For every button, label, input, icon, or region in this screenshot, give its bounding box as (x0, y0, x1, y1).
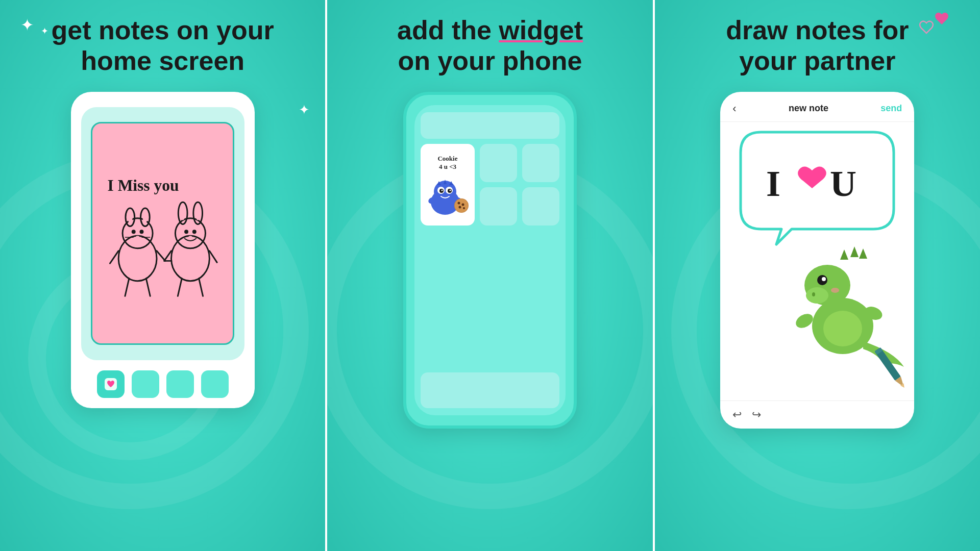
svg-point-56 (822, 277, 826, 281)
app-footer: ↩ ↪ (720, 400, 914, 429)
svg-point-62 (794, 311, 816, 331)
svg-line-12 (110, 251, 118, 264)
svg-point-24 (188, 236, 192, 239)
dock-icon-4 (201, 370, 229, 398)
widget-note-text: Cookie4 u <3 (437, 155, 457, 171)
widget-grid-item-2 (522, 144, 559, 182)
widget-bar-top (421, 112, 559, 139)
svg-point-23 (192, 230, 197, 234)
svg-line-13 (157, 251, 165, 261)
svg-point-1 (118, 236, 157, 282)
panel-3-title: draw notes for your partner (726, 15, 909, 77)
note-card-pink: I Miss you (91, 122, 235, 344)
dock-app-icon-active (97, 370, 125, 398)
dock-icon-3 (166, 370, 194, 398)
svg-point-5 (128, 212, 133, 223)
svg-point-48 (458, 206, 461, 208)
svg-point-49 (463, 207, 465, 209)
phone-mockup-3: ‹ new note send I U (720, 92, 914, 429)
app-header-title: new note (789, 103, 828, 114)
svg-point-47 (461, 203, 464, 206)
svg-text:I Miss you: I Miss you (107, 177, 179, 194)
svg-point-45 (455, 199, 468, 212)
app-header: ‹ new note send (720, 92, 914, 122)
phone-mockup-1: I Miss you (71, 92, 255, 408)
panel-1-title: get notes on your home screen (52, 15, 274, 77)
heart-decoration (919, 10, 949, 38)
sparkle-icon-2: ✦ (41, 26, 48, 37)
svg-marker-59 (840, 249, 848, 260)
svg-point-20 (180, 206, 185, 220)
svg-point-57 (812, 292, 815, 296)
svg-point-8 (139, 230, 143, 234)
svg-point-37 (441, 189, 443, 191)
svg-point-7 (132, 230, 136, 234)
svg-line-26 (209, 251, 217, 263)
widget-grid-item-3 (480, 187, 517, 226)
svg-line-15 (146, 279, 150, 296)
svg-text:U: U (830, 163, 856, 204)
svg-point-58 (831, 288, 839, 293)
svg-line-28 (199, 279, 203, 296)
sparkle-icon-1: ✦ (20, 15, 34, 35)
svg-point-46 (457, 202, 460, 204)
bunny-drawing: I Miss you (92, 123, 233, 343)
svg-point-6 (142, 212, 148, 223)
phone-screen-1: I Miss you (81, 107, 244, 360)
note-drawing-svg: I U (720, 122, 914, 397)
svg-line-25 (164, 251, 172, 261)
sparkle-icon-3: ✦ (299, 102, 310, 118)
panel-widget: add the add the widgetwidget on your pho… (327, 0, 652, 551)
panel-draw-notes: draw notes for your partner ‹ new note s… (655, 0, 980, 551)
svg-text:I: I (766, 163, 780, 204)
svg-line-27 (178, 279, 182, 296)
svg-point-21 (195, 206, 201, 220)
panel-2-title: add the add the widgetwidget on your pho… (397, 15, 583, 77)
svg-line-14 (125, 279, 129, 296)
drawing-canvas[interactable]: I U (720, 122, 914, 400)
note-widget-card: Cookie4 u <3 (421, 144, 475, 226)
svg-marker-60 (850, 246, 859, 257)
svg-point-22 (184, 230, 188, 234)
send-button[interactable]: send (880, 103, 902, 114)
svg-point-64 (823, 311, 862, 346)
phone-dock (97, 370, 229, 398)
panel-home-screen: ✦ ✦ ✦ get notes on your home screen I Mi… (0, 0, 325, 551)
svg-point-54 (806, 287, 828, 304)
monster-cookie-drawing (425, 174, 471, 215)
back-button[interactable]: ‹ (732, 102, 736, 115)
dock-icon-2 (132, 370, 159, 398)
phone-mockup-2: Cookie4 u <3 (403, 92, 577, 429)
svg-point-16 (171, 236, 209, 282)
undo-button[interactable]: ↩ (732, 408, 742, 421)
redo-button[interactable]: ↪ (752, 408, 761, 421)
widget-bar-bottom (421, 372, 559, 408)
widget-grid-item-1 (480, 144, 517, 182)
phone-inner-screen: Cookie4 u <3 (414, 105, 566, 415)
svg-marker-61 (859, 248, 867, 259)
heart-note-icon (104, 377, 118, 391)
svg-point-9 (136, 236, 140, 239)
svg-point-38 (449, 189, 451, 191)
widget-grid-item-4 (522, 187, 559, 226)
